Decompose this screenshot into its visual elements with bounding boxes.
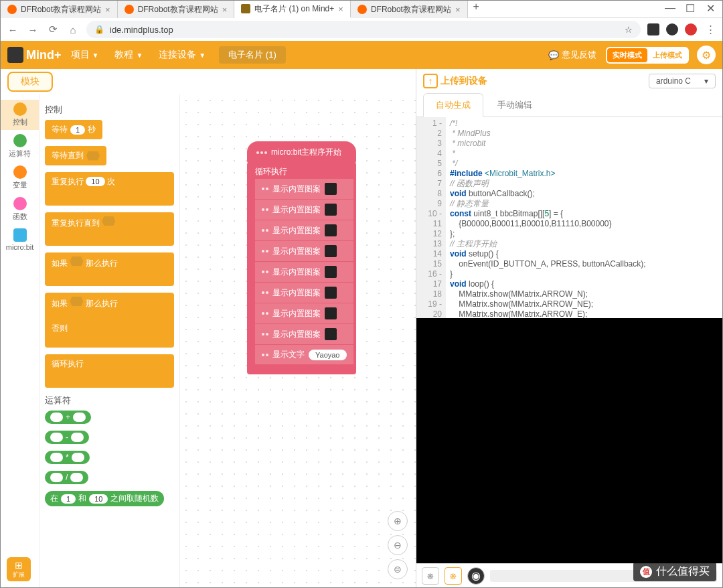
- block-op-mul[interactable]: *: [45, 451, 90, 464]
- cat-operators[interactable]: 运算符: [1, 131, 39, 161]
- feedback-button[interactable]: 💬意见反馈: [548, 49, 596, 61]
- block-wait[interactable]: 等待1秒: [45, 120, 102, 139]
- mode-upload[interactable]: 上传模式: [647, 48, 688, 62]
- block-repeat-until[interactable]: 重复执行直到: [45, 212, 174, 246]
- block-op-div[interactable]: /: [45, 471, 88, 484]
- code-editor[interactable]: 1 -2345678910 -111213141516 -171819 -202…: [416, 117, 722, 318]
- block-show-pattern[interactable]: 显示内置图案: [255, 283, 353, 303]
- maximize-button[interactable]: ☐: [681, 1, 700, 15]
- minimize-button[interactable]: —: [661, 1, 679, 15]
- cat-variables[interactable]: 变量: [1, 163, 39, 193]
- block-op-add[interactable]: +: [45, 411, 91, 424]
- block-show-text[interactable]: 显示文字Yaoyao: [255, 345, 353, 365]
- extensions-button[interactable]: ⊞扩展: [7, 557, 31, 581]
- titlebar: DFRobot教育课程网站× DFRobot教育课程网站× 电子名片 (1) o…: [1, 1, 722, 18]
- app-menubar: Mind+ 项目▼ 教程▼ 连接设备▼ 电子名片 (1) 💬意见反馈 实时模式 …: [1, 41, 722, 69]
- block-show-pattern[interactable]: 显示内置图案: [255, 179, 353, 200]
- block-if[interactable]: 如果 那么执行: [45, 252, 174, 286]
- block-forever[interactable]: 循环执行: [45, 354, 174, 388]
- cat-functions[interactable]: 函数: [1, 194, 39, 224]
- browser-tab-1[interactable]: DFRobot教育课程网站×: [118, 1, 235, 18]
- url-input[interactable]: 🔒ide.mindplus.top☆: [86, 21, 641, 38]
- menu-connect[interactable]: 连接设备▼: [152, 49, 212, 61]
- zoom-reset-button[interactable]: ⊜: [388, 559, 408, 579]
- camera-icon[interactable]: ◉: [467, 567, 485, 585]
- block-wait-until[interactable]: 等待直到: [45, 146, 106, 165]
- tab-autogen[interactable]: 自动生成: [423, 93, 483, 117]
- script-stack[interactable]: micro:bit主程序开始 循环执行 显示内置图案显示内置图案显示内置图案显示…: [247, 141, 356, 374]
- menu-tutorial[interactable]: 教程▼: [108, 49, 149, 61]
- tab-blocks[interactable]: 模块: [7, 72, 53, 92]
- usb-connected-icon[interactable]: ⎈: [445, 567, 462, 585]
- script-canvas[interactable]: micro:bit主程序开始 循环执行 显示内置图案显示内置图案显示内置图案显示…: [180, 94, 416, 587]
- zoom-in-button[interactable]: ⊕: [388, 511, 408, 531]
- chat-icon: 💬: [548, 50, 559, 60]
- block-op-sub[interactable]: -: [45, 431, 89, 444]
- browser-tabs: DFRobot教育课程网站× DFRobot教育课程网站× 电子名片 (1) o…: [1, 1, 661, 18]
- block-show-pattern[interactable]: 显示内置图案: [255, 200, 353, 220]
- browser-tab-3[interactable]: DFRobot教育课程网站×: [351, 1, 468, 18]
- logo: Mind+: [7, 47, 62, 63]
- block-if-else[interactable]: 如果 那么执行否则: [45, 293, 174, 348]
- cat-microbit[interactable]: micro:bit: [1, 226, 39, 254]
- watermark: 值什么值得买: [633, 562, 716, 581]
- chevron-down-icon: ▼: [92, 52, 99, 59]
- menu-project[interactable]: 项目▼: [64, 49, 106, 61]
- home-button[interactable]: ⌂: [66, 24, 80, 35]
- console[interactable]: [416, 318, 722, 563]
- block-show-pattern[interactable]: 显示内置图案: [255, 324, 353, 345]
- loop-label: 循环执行: [250, 165, 353, 179]
- star-icon[interactable]: ☆: [625, 25, 633, 35]
- block-show-pattern[interactable]: 显示内置图案: [255, 241, 353, 262]
- block-repeat[interactable]: 重复执行 10 次: [45, 172, 174, 206]
- menu-button[interactable]: ⋮: [704, 23, 717, 35]
- back-button[interactable]: ←: [6, 24, 19, 35]
- block-palette[interactable]: 控制 等待1秒 等待直到 重复执行 10 次 重复执行直到 如果 那么执行 如果…: [39, 94, 180, 587]
- extension-icon[interactable]: [647, 23, 659, 35]
- zoom-out-button[interactable]: ⊖: [388, 535, 408, 555]
- mode-realtime[interactable]: 实时模式: [607, 48, 647, 62]
- chevron-down-icon: ▾: [704, 76, 708, 86]
- upload-button[interactable]: ↑上传到设备: [423, 74, 487, 88]
- close-icon[interactable]: ×: [222, 5, 228, 15]
- block-show-pattern[interactable]: 显示内置图案: [255, 262, 353, 283]
- palette-header: 控制: [45, 104, 174, 116]
- project-name[interactable]: 电子名片 (1): [219, 46, 286, 64]
- chevron-down-icon: ▼: [136, 52, 143, 59]
- category-column: 控制 运算符 变量 函数 micro:bit: [1, 94, 39, 587]
- close-icon[interactable]: ×: [105, 5, 110, 15]
- extension-icon[interactable]: [685, 23, 697, 35]
- block-show-pattern[interactable]: 显示内置图案: [255, 303, 353, 324]
- extension-icon[interactable]: [666, 23, 678, 35]
- address-bar: ← → ⟳ ⌂ 🔒ide.mindplus.top☆ ⋮: [1, 18, 722, 41]
- chevron-down-icon: ▼: [199, 52, 206, 59]
- hat-block[interactable]: micro:bit主程序开始: [247, 141, 356, 163]
- usb-icon[interactable]: ⎈: [422, 567, 439, 585]
- close-button[interactable]: ✕: [701, 1, 720, 15]
- logo-icon: [7, 47, 23, 63]
- close-icon[interactable]: ×: [455, 5, 461, 15]
- reload-button[interactable]: ⟳: [46, 23, 60, 35]
- upload-icon: ↑: [423, 74, 438, 88]
- palette-header: 运算符: [45, 394, 174, 407]
- forward-button[interactable]: →: [26, 24, 39, 35]
- lock-icon: 🔒: [94, 25, 104, 34]
- tab-manual[interactable]: 手动编辑: [485, 93, 545, 117]
- cat-control[interactable]: 控制: [1, 100, 39, 130]
- browser-tab-2[interactable]: 电子名片 (1) on Mind+×: [234, 1, 351, 18]
- block-show-pattern[interactable]: 显示内置图案: [255, 220, 353, 241]
- block-op-random[interactable]: 在1和10之间取随机数: [45, 491, 164, 506]
- browser-tab-0[interactable]: DFRobot教育课程网站×: [1, 1, 118, 18]
- close-icon[interactable]: ×: [338, 4, 343, 14]
- gear-icon[interactable]: ⚙: [697, 46, 716, 64]
- new-tab-button[interactable]: +: [468, 1, 485, 18]
- language-select[interactable]: arduino C▾: [649, 74, 716, 88]
